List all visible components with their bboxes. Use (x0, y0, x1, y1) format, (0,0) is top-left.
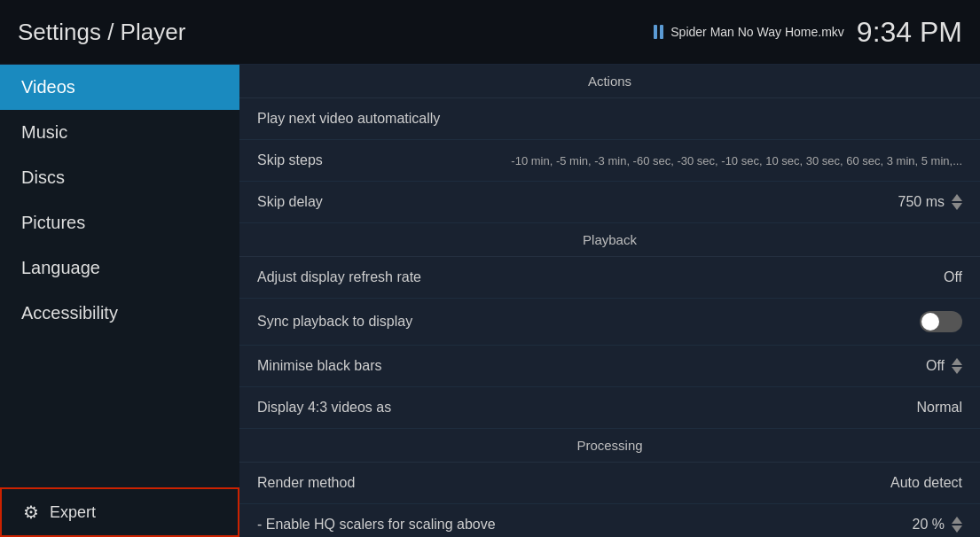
section-header-playback: Playback (239, 223, 980, 257)
sidebar: Videos Music Discs Pictures Language Acc… (0, 65, 239, 537)
skip-delay-down-arrow[interactable] (952, 203, 962, 210)
expert-button[interactable]: ⚙ Expert (0, 487, 239, 537)
row-label-display-43: Display 4:3 videos as (257, 400, 391, 416)
sidebar-item-accessibility[interactable]: Accessibility (0, 291, 239, 336)
row-value-sync-playback (920, 311, 962, 332)
row-label-play-next: Play next video automatically (257, 111, 440, 127)
row-value-skip-delay: 750 ms (898, 194, 962, 210)
row-sync-playback[interactable]: Sync playback to display (239, 299, 980, 346)
minimise-black-bars-down-arrow[interactable] (952, 367, 962, 374)
main-layout: Videos Music Discs Pictures Language Acc… (0, 65, 980, 537)
sync-playback-toggle[interactable] (920, 311, 962, 332)
row-label-sync-playback: Sync playback to display (257, 314, 412, 330)
minimise-black-bars-spinner[interactable] (952, 358, 962, 374)
row-skip-steps[interactable]: Skip steps -10 min, -5 min, -3 min, -60 … (239, 140, 980, 182)
skip-delay-spinner[interactable] (952, 194, 962, 210)
pause-icon (654, 25, 663, 39)
row-value-render-method: Auto detect (890, 475, 962, 491)
content-area: Actions Play next video automatically Sk… (239, 65, 980, 537)
row-render-method[interactable]: Render method Auto detect (239, 463, 980, 504)
row-value-hq-scalers: 20 % (913, 517, 962, 533)
sidebar-item-language[interactable]: Language (0, 245, 239, 291)
row-skip-delay[interactable]: Skip delay 750 ms (239, 182, 980, 223)
row-minimise-black-bars[interactable]: Minimise black bars Off (239, 346, 980, 387)
row-adjust-refresh[interactable]: Adjust display refresh rate Off (239, 257, 980, 299)
expert-label: Expert (50, 503, 96, 522)
hq-scalers-down-arrow[interactable] (952, 525, 962, 533)
pause-bar-1 (654, 25, 657, 39)
sidebar-item-pictures[interactable]: Pictures (0, 200, 239, 245)
sidebar-item-discs[interactable]: Discs (0, 155, 239, 200)
hq-scalers-up-arrow[interactable] (952, 517, 962, 524)
row-value-display-43: Normal (916, 400, 962, 416)
clock: 9:34 PM (857, 16, 962, 49)
skip-delay-up-arrow[interactable] (952, 194, 962, 201)
sidebar-item-videos[interactable]: Videos (0, 65, 239, 110)
row-value-adjust-refresh: Off (944, 269, 962, 285)
row-value-minimise-black-bars: Off (926, 358, 962, 374)
hq-scalers-spinner[interactable] (952, 517, 962, 533)
row-display-43[interactable]: Display 4:3 videos as Normal (239, 387, 980, 429)
sync-playback-toggle-thumb (921, 313, 939, 331)
header-right: Spider Man No Way Home.mkv 9:34 PM (654, 16, 962, 49)
pause-bar-2 (660, 25, 663, 39)
sidebar-item-music[interactable]: Music (0, 110, 239, 155)
section-header-processing: Processing (239, 429, 980, 463)
row-label-skip-steps: Skip steps (257, 152, 323, 168)
gear-icon: ⚙ (23, 502, 39, 523)
header: Settings / Player Spider Man No Way Home… (0, 0, 980, 65)
row-label-render-method: Render method (257, 475, 355, 491)
row-play-next-video[interactable]: Play next video automatically (239, 98, 980, 140)
minimise-black-bars-up-arrow[interactable] (952, 358, 962, 365)
now-playing: Spider Man No Way Home.mkv (654, 25, 844, 39)
section-header-actions: Actions (239, 65, 980, 98)
page-title: Settings / Player (18, 19, 185, 46)
now-playing-title: Spider Man No Way Home.mkv (670, 25, 844, 39)
hq-scalers-value: 20 % (913, 517, 945, 533)
row-label-minimise-black-bars: Minimise black bars (257, 358, 381, 374)
row-label-skip-delay: Skip delay (257, 194, 323, 210)
row-label-adjust-refresh: Adjust display refresh rate (257, 269, 421, 285)
row-value-skip-steps: -10 min, -5 min, -3 min, -60 sec, -30 se… (511, 154, 962, 167)
minimise-black-bars-value: Off (926, 358, 945, 374)
skip-delay-value: 750 ms (898, 194, 945, 210)
row-label-hq-scalers: - Enable HQ scalers for scaling above (257, 517, 496, 533)
row-hq-scalers[interactable]: - Enable HQ scalers for scaling above 20… (239, 504, 980, 537)
